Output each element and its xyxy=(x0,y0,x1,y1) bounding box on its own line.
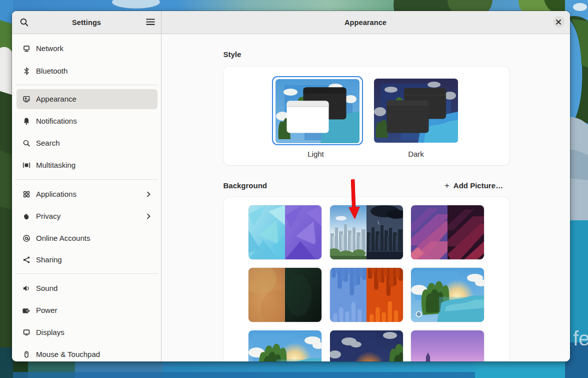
svg-text:fe: fe xyxy=(573,327,588,349)
